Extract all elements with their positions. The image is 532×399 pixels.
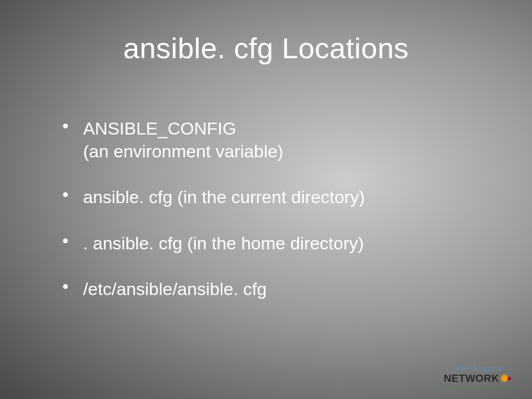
logo-tagline: Enhancing Education through Technology <box>440 385 516 390</box>
logo-main-text: NETWORK <box>444 373 512 384</box>
bullet-text: ANSIBLE_CONFIG (an environment variable) <box>83 117 284 163</box>
bullet-icon: • <box>62 232 69 249</box>
bullet-text: ansible. cfg (in the current directory) <box>83 185 365 208</box>
bullet-icon: • <box>62 277 69 295</box>
bullet-text: . ansible. cfg (in the home directory) <box>83 232 364 255</box>
logo-top-text: West Virginia <box>455 363 502 374</box>
bullet-text: /etc/ansible/ansible. cfg <box>83 277 267 300</box>
list-item: • /etc/ansible/ansible. cfg <box>62 277 480 300</box>
bullet-list: • ANSIBLE_CONFIG (an environment variabl… <box>52 117 480 300</box>
bullet-line: /etc/ansible/ansible. cfg <box>83 277 267 300</box>
bullet-line: ANSIBLE_CONFIG <box>83 117 284 140</box>
logo: West Virginia NETWORK Enhancing Educatio… <box>440 363 516 390</box>
logo-circles-icon <box>501 374 512 384</box>
bullet-line: (an environment variable) <box>83 140 284 163</box>
slide-container: ansible. cfg Locations • ANSIBLE_CONFIG … <box>0 0 532 399</box>
slide-title: ansible. cfg Locations <box>52 31 480 65</box>
logo-main-label: NETWORK <box>444 373 499 384</box>
list-item: • ansible. cfg (in the current directory… <box>62 185 480 208</box>
bullet-icon: • <box>62 117 69 135</box>
bullet-icon: • <box>62 185 69 203</box>
list-item: • . ansible. cfg (in the home directory) <box>62 232 480 255</box>
list-item: • ANSIBLE_CONFIG (an environment variabl… <box>62 117 480 163</box>
bullet-line: ansible. cfg (in the current directory) <box>83 185 365 208</box>
bullet-line: . ansible. cfg (in the home directory) <box>83 232 364 255</box>
